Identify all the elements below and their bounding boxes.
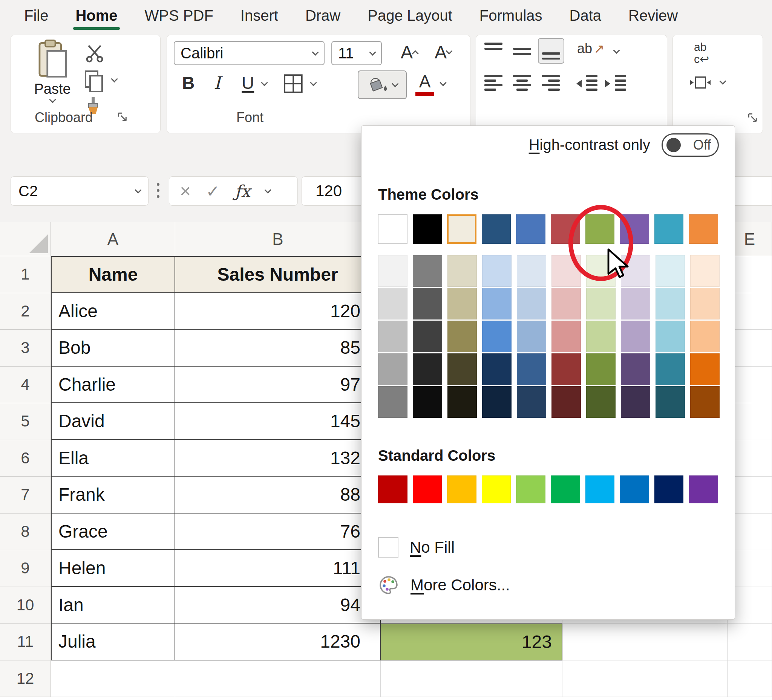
- standard-color-8[interactable]: [620, 475, 649, 503]
- theme-color-3[interactable]: [447, 214, 476, 244]
- cell-B1[interactable]: Sales Number: [175, 256, 381, 293]
- row-header-6[interactable]: 6: [0, 440, 51, 477]
- cell-A8[interactable]: Grace: [51, 514, 175, 550]
- cell-A12[interactable]: [51, 661, 175, 697]
- cell-B11[interactable]: 1230: [175, 623, 381, 661]
- wrap-text-button[interactable]: ab c↩: [694, 41, 709, 65]
- variant-9-5[interactable]: [656, 386, 685, 418]
- cell-B12[interactable]: [175, 661, 381, 697]
- variant-5-4[interactable]: [517, 353, 546, 385]
- cell-D12[interactable]: [563, 661, 728, 697]
- variant-3-3[interactable]: [447, 321, 477, 352]
- variant-10-5[interactable]: [690, 386, 720, 418]
- bold-button[interactable]: B: [182, 73, 195, 93]
- column-header-B[interactable]: B: [175, 222, 381, 256]
- align-middle-button[interactable]: [513, 42, 531, 60]
- theme-color-6[interactable]: [551, 214, 580, 244]
- variant-5-5[interactable]: [517, 386, 546, 418]
- menu-file[interactable]: File: [11, 0, 62, 31]
- standard-color-6[interactable]: [551, 475, 580, 503]
- cell-A10[interactable]: Ian: [51, 587, 175, 624]
- orientation-chevron-icon[interactable]: [613, 47, 620, 54]
- font-size-select[interactable]: 11: [331, 41, 382, 65]
- variant-5-3[interactable]: [517, 321, 546, 352]
- cell-C11[interactable]: 123: [381, 623, 563, 661]
- variant-2-2[interactable]: [413, 288, 442, 320]
- name-box[interactable]: C2: [11, 176, 149, 206]
- cell-B8[interactable]: 76: [175, 514, 381, 550]
- variant-9-2[interactable]: [656, 288, 685, 320]
- standard-color-1[interactable]: [378, 475, 407, 503]
- menu-formulas[interactable]: Formulas: [466, 0, 556, 31]
- cell-A9[interactable]: Helen: [51, 550, 175, 587]
- menu-page-layout[interactable]: Page Layout: [354, 0, 466, 31]
- row-header-12[interactable]: 12: [0, 661, 51, 697]
- row-header-8[interactable]: 8: [0, 514, 51, 550]
- menu-wps-pdf[interactable]: WPS PDF: [131, 0, 227, 31]
- variant-8-4[interactable]: [621, 353, 650, 385]
- row-header-9[interactable]: 9: [0, 550, 51, 587]
- standard-color-9[interactable]: [654, 475, 684, 503]
- row-header-11[interactable]: 11: [0, 623, 51, 661]
- confirm-entry-icon[interactable]: ✓: [206, 181, 220, 201]
- variant-8-3[interactable]: [621, 321, 650, 352]
- cell-B2[interactable]: 120: [175, 293, 381, 330]
- standard-color-5[interactable]: [516, 475, 545, 503]
- theme-color-10[interactable]: [689, 214, 718, 244]
- variant-1-5[interactable]: [378, 386, 407, 418]
- paste-chevron-icon[interactable]: [49, 96, 56, 103]
- variant-4-5[interactable]: [482, 386, 512, 418]
- cell-A1[interactable]: Name: [51, 256, 175, 293]
- standard-color-7[interactable]: [586, 475, 615, 503]
- font-color-chevron-icon[interactable]: [440, 79, 447, 86]
- cell-C12[interactable]: [381, 661, 563, 697]
- variant-3-1[interactable]: [447, 255, 477, 287]
- variant-7-1[interactable]: [586, 255, 615, 287]
- paste-button[interactable]: Paste: [25, 39, 80, 102]
- menu-review[interactable]: Review: [615, 0, 691, 31]
- italic-button[interactable]: I: [214, 73, 221, 93]
- decrease-indent-button[interactable]: [576, 75, 597, 92]
- variant-6-3[interactable]: [551, 321, 581, 352]
- variant-6-4[interactable]: [551, 353, 581, 385]
- align-center-button[interactable]: [513, 75, 531, 92]
- grow-font-button[interactable]: A: [401, 42, 418, 62]
- variant-1-1[interactable]: [378, 255, 407, 287]
- variant-9-4[interactable]: [656, 353, 685, 385]
- variant-3-5[interactable]: [447, 386, 477, 418]
- copy-button[interactable]: [83, 70, 105, 93]
- variant-4-2[interactable]: [482, 288, 512, 320]
- cell-A5[interactable]: David: [51, 403, 175, 440]
- row-header-1[interactable]: 1: [0, 256, 51, 293]
- variant-5-2[interactable]: [517, 288, 546, 320]
- variant-8-2[interactable]: [621, 288, 650, 320]
- orientation-button[interactable]: ab ↗: [577, 41, 605, 56]
- variant-8-5[interactable]: [621, 386, 650, 418]
- borders-chevron-icon[interactable]: [310, 79, 317, 86]
- cell-A7[interactable]: Frank: [51, 476, 175, 514]
- more-colors-option[interactable]: More Colors...: [378, 571, 718, 599]
- cell-A11[interactable]: Julia: [51, 623, 175, 661]
- variant-10-3[interactable]: [690, 321, 720, 352]
- cut-button[interactable]: [85, 43, 105, 63]
- variant-1-2[interactable]: [378, 288, 407, 320]
- variant-7-5[interactable]: [586, 386, 615, 418]
- variant-9-1[interactable]: [656, 255, 685, 287]
- high-contrast-toggle[interactable]: Off: [662, 133, 719, 157]
- font-family-select[interactable]: Calibri: [174, 41, 325, 65]
- cell-A4[interactable]: Charlie: [51, 367, 175, 403]
- align-top-button[interactable]: [484, 42, 502, 60]
- alignment-dialog-launcher[interactable]: [747, 112, 759, 126]
- underline-chevron-icon[interactable]: [261, 79, 268, 86]
- variant-2-4[interactable]: [413, 353, 442, 385]
- copy-chevron-icon[interactable]: [111, 75, 118, 82]
- menu-insert[interactable]: Insert: [227, 0, 292, 31]
- variant-10-4[interactable]: [690, 353, 720, 385]
- row-header-2[interactable]: 2: [0, 293, 51, 330]
- variant-2-3[interactable]: [413, 321, 442, 352]
- variant-7-3[interactable]: [586, 321, 615, 352]
- cell-A2[interactable]: Alice: [51, 293, 175, 330]
- variant-8-1[interactable]: [621, 255, 650, 287]
- cancel-entry-icon[interactable]: ×: [180, 181, 191, 201]
- variant-1-4[interactable]: [378, 353, 407, 385]
